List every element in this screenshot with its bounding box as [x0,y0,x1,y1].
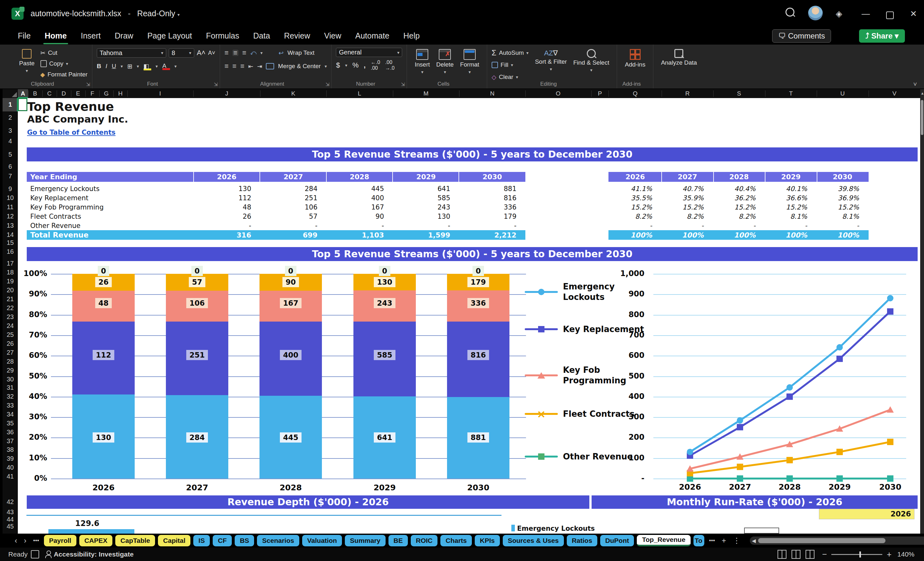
column-header-R[interactable]: R [685,89,690,98]
row-header-45[interactable]: 45 [3,523,18,530]
row-header-13[interactable]: 13 [3,222,18,229]
comma-style-icon[interactable]: , [364,61,366,69]
excel-app-icon[interactable]: X [12,8,24,20]
alignment-dialog-launcher[interactable]: ⇲ [326,81,330,87]
sheet-tab-payroll[interactable]: Payroll [44,535,76,546]
column-header-V[interactable]: V [892,89,897,98]
sheet-tab-charts[interactable]: Charts [440,535,472,546]
column-header-Q[interactable]: Q [633,89,638,98]
currency-icon[interactable]: $ [336,61,340,69]
row-headers[interactable]: 1234567910111213141516171819202122232425… [3,98,18,534]
ribbon-tab-draw[interactable]: Draw [108,28,140,44]
row-header-17[interactable]: 17 [3,260,18,267]
column-headers[interactable]: ABCDEFGHIJKLMNOPQRSTUV [18,89,920,98]
column-header-L[interactable]: L [358,89,362,98]
sheet-grid[interactable]: Top RevenueABC Company Inc.Go to Table o… [18,98,920,534]
row-header-33[interactable]: 33 [3,402,18,409]
row-header-27[interactable]: 27 [3,349,18,356]
column-header-D[interactable]: D [62,89,66,98]
cut-button[interactable]: ✂Cut [40,48,87,58]
find-select-button[interactable]: Find & Select▾ [570,48,612,74]
align-bottom-icon[interactable]: ≡ [242,50,246,56]
column-header-N[interactable]: N [490,89,495,98]
ribbon-tab-help[interactable]: Help [396,28,427,44]
percent-icon[interactable]: % [352,61,359,69]
diamond-premium-icon[interactable]: ◈ [832,7,846,20]
tab-overflow-right-icon[interactable]: ••• [707,537,717,544]
row-header-6[interactable]: 6 [3,163,18,170]
align-middle-icon[interactable]: ≡ [232,50,238,56]
align-left-icon[interactable]: ≡ [225,63,229,69]
page-layout-view-icon[interactable] [792,550,801,559]
analyze-data-button[interactable]: Analyze Data [658,48,700,68]
clipboard-dialog-launcher[interactable]: ⇲ [86,81,90,87]
toc-link[interactable]: Go to Table of Contents [27,129,116,136]
tab-overflow-left-icon[interactable]: ••• [31,537,41,544]
format-painter-button[interactable]: ◆Format Painter [40,69,87,80]
column-header-B[interactable]: B [33,89,37,98]
row-header-12[interactable]: 12 [3,213,18,220]
row-header-41[interactable]: 41 [3,473,18,480]
row-header-31[interactable]: 31 [3,384,18,391]
row-header-15[interactable]: 15 [3,239,18,246]
copy-button[interactable]: Copy ▾ [40,58,87,69]
row-header-29[interactable]: 29 [3,367,18,374]
sheet-tab-to[interactable]: To [693,535,704,546]
font-name-select[interactable]: Tahoma▾ [97,48,166,58]
active-cell-a1[interactable] [18,98,27,111]
sheet-tab-sources-uses[interactable]: Sources & Uses [503,535,564,546]
align-top-icon[interactable]: ≡ [225,50,229,56]
minimize-button[interactable]: — [858,7,873,20]
decrease-font-icon[interactable]: A˅ [208,50,215,56]
column-header-M[interactable]: M [423,89,429,98]
row-header-9[interactable]: 9 [3,185,18,193]
addins-button[interactable]: Add-ins [621,48,648,69]
vertical-scrollbar[interactable]: ▲ [920,89,924,534]
row-header-21[interactable]: 21 [3,296,18,303]
sheet-tab-capital[interactable]: Capital [158,535,190,546]
fill-button[interactable]: Fill ▾ [492,60,528,70]
insert-cells-button[interactable]: Insert▾ [411,48,433,76]
sheet-tab-bs[interactable]: BS [235,535,254,546]
ribbon-tab-file[interactable]: File [11,28,38,44]
sheet-tab-is[interactable]: IS [193,535,210,546]
orientation-icon[interactable]: ⤺ [250,50,256,56]
ribbon-tab-page-layout[interactable]: Page Layout [140,28,199,44]
row-header-14[interactable]: 14 [3,231,18,238]
collapse-ribbon-icon[interactable]: ˅ [913,81,917,88]
decrease-indent-icon[interactable]: ⇤ [248,63,253,70]
row-header-10[interactable]: 10 [3,194,18,201]
row-header-1[interactable]: 1 [3,101,18,108]
row-header-39[interactable]: 39 [3,455,18,462]
tab-nav-left-icon[interactable]: ‹ [13,536,19,545]
increase-font-icon[interactable]: A˄ [197,49,206,57]
merge-center-button[interactable]: Merge & Center [278,63,321,70]
number-format-select[interactable]: General▾ [336,48,402,57]
column-header-P[interactable]: P [598,89,602,98]
ribbon-tab-review[interactable]: Review [277,28,317,44]
document-title[interactable]: automotive-locksmith.xlsx - Read-Only ▾ [31,9,180,18]
account-avatar[interactable] [808,6,823,20]
page-break-view-icon[interactable] [806,550,814,559]
ribbon-tab-insert[interactable]: Insert [74,28,108,44]
increase-indent-icon[interactable]: ⇥ [257,63,262,70]
sheet-tab-capex[interactable]: CAPEX [79,535,112,546]
row-header-2[interactable]: 2 [3,114,18,121]
sheet-tab-dupont[interactable]: DuPont [600,535,634,546]
row-header-24[interactable]: 24 [3,322,18,330]
column-header-I[interactable]: I [159,89,161,98]
column-header-A[interactable]: A [21,89,25,98]
column-header-O[interactable]: O [556,89,561,98]
new-sheet-button[interactable]: + [720,536,728,545]
comments-button[interactable]: 🗨 Comments [772,29,831,43]
column-header-U[interactable]: U [840,89,845,98]
borders-icon[interactable]: ⊞ [128,63,132,70]
ribbon-tab-formulas[interactable]: Formulas [199,28,246,44]
paste-button[interactable]: Paste▾ [16,48,38,75]
zoom-out-icon[interactable]: − [822,549,827,560]
column-header-J[interactable]: J [225,89,228,98]
row-header-38[interactable]: 38 [3,446,18,453]
row-header-26[interactable]: 26 [3,340,18,347]
font-size-select[interactable]: 8▾ [169,48,194,58]
column-header-G[interactable]: G [104,89,109,98]
